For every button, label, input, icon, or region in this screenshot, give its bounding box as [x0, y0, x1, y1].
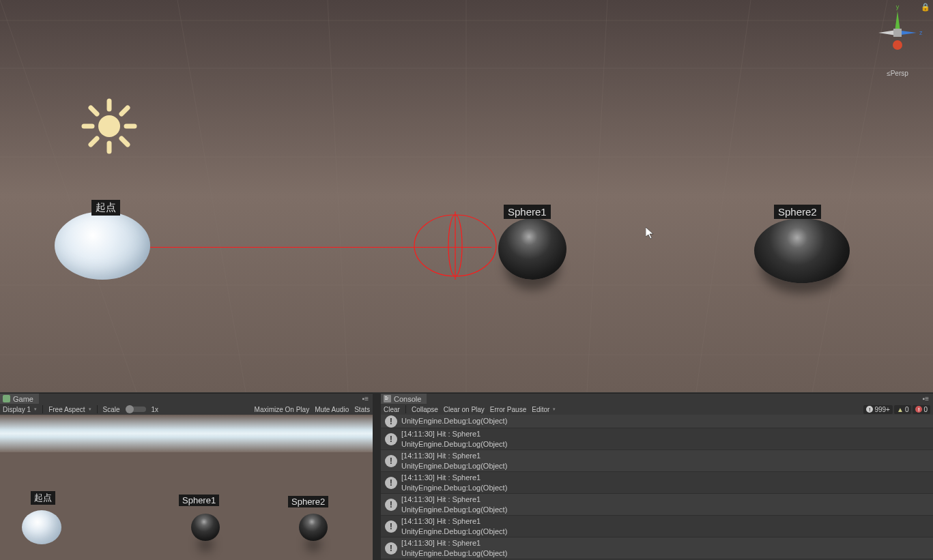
scale-slider[interactable]	[126, 407, 146, 412]
scene-label-origin: 起点	[91, 200, 120, 216]
console-log-entry[interactable]: ! [14:11:30] Hit : Sphere1UnityEngine.De…	[381, 472, 933, 494]
panel-menu-icon[interactable]: ▪≡	[362, 395, 369, 402]
svg-line-23	[121, 138, 128, 145]
svg-point-15	[893, 40, 902, 50]
game-label-sphere2: Sphere2	[288, 496, 328, 507]
display-dropdown[interactable]: Display 1	[3, 406, 37, 413]
info-icon: !	[385, 477, 397, 489]
game-view[interactable]: 起点 Sphere1 Sphere2	[0, 415, 373, 560]
game-skybox	[0, 415, 373, 452]
svg-line-5	[696, 0, 751, 392]
svg-rect-33	[385, 398, 388, 398]
svg-rect-16	[893, 29, 902, 37]
info-icon: !	[385, 542, 397, 555]
console-toolbar: Clear Collapse Clear on Play Error Pause…	[381, 404, 933, 415]
game-object-sphere1	[191, 514, 220, 541]
info-icon: !	[385, 455, 397, 467]
directional-light-icon[interactable]	[78, 95, 140, 157]
editor-dropdown[interactable]: Editor	[532, 406, 556, 413]
info-icon: !	[385, 415, 397, 428]
gizmo-projection-label[interactable]: ≤Persp	[870, 70, 925, 77]
game-label-origin: 起点	[31, 491, 55, 505]
svg-rect-32	[385, 396, 387, 397]
gizmo-y-label: y	[896, 5, 900, 10]
clear-on-play-toggle[interactable]: Clear on Play	[444, 406, 485, 413]
game-tab-label: Game	[13, 395, 33, 403]
aspect-dropdown[interactable]: Free Aspect	[48, 406, 91, 413]
game-label-sphere1: Sphere1	[179, 495, 219, 506]
debug-ray	[150, 247, 491, 248]
scene-object-sphere2[interactable]	[754, 218, 850, 283]
svg-point-27	[448, 215, 462, 276]
scene-object-sphere1[interactable]	[498, 218, 566, 280]
cursor-icon	[646, 227, 655, 239]
scale-value: 1x	[152, 406, 159, 413]
mute-toggle[interactable]: Mute Audio	[315, 406, 349, 413]
scene-label-sphere1: Sphere1	[504, 205, 551, 219]
game-tab[interactable]: Game	[0, 394, 39, 404]
console-panel-header: Console ▪≡	[381, 393, 933, 404]
svg-line-4	[587, 0, 607, 392]
error-count[interactable]: !0	[913, 405, 930, 414]
svg-point-26	[414, 215, 496, 276]
clear-button[interactable]: Clear	[384, 406, 400, 413]
panel-menu-icon[interactable]: ▪≡	[923, 395, 929, 402]
svg-rect-31	[384, 395, 391, 402]
console-log-entry[interactable]: ! [14:11:30] Hit : Sphere1UnityEngine.De…	[381, 494, 933, 516]
game-object-sphere2	[299, 514, 328, 541]
console-log-entry[interactable]: ! [14:11:30] Hit : Sphere1UnityEngine.De…	[381, 450, 933, 472]
svg-line-2	[328, 0, 348, 392]
console-log-entry[interactable]: ! [14:11:30] Hit : Sphere1UnityEngine.De…	[381, 428, 933, 450]
scene-grid	[0, 0, 933, 392]
scene-view[interactable]: 🔒 y z ≤Persp	[0, 0, 933, 392]
scene-object-origin[interactable]	[55, 211, 150, 280]
console-tab[interactable]: Console	[381, 394, 427, 404]
svg-line-22	[91, 108, 97, 114]
console-tab-icon	[384, 395, 391, 402]
collapse-toggle[interactable]: Collapse	[412, 406, 438, 413]
stats-toggle[interactable]: Stats	[354, 406, 370, 413]
info-icon: !	[385, 499, 397, 511]
game-object-origin	[22, 510, 61, 544]
console-log-entry[interactable]: ! UnityEngine.Debug:Log(Object)	[381, 415, 933, 428]
svg-point-17	[98, 115, 120, 137]
wire-sphere-gizmo	[413, 211, 498, 280]
gizmo-z-label: z	[919, 29, 923, 36]
svg-marker-12	[895, 11, 900, 31]
maximize-toggle[interactable]: Maximize On Play	[255, 406, 310, 413]
scene-gizmo[interactable]: y z ≤Persp	[870, 5, 925, 67]
console-log-entry[interactable]: ! [14:11:30] Hit : Sphere1UnityEngine.De…	[381, 537, 933, 559]
warn-count[interactable]: ▲0	[894, 405, 911, 414]
scale-label: Scale	[103, 406, 120, 413]
scene-label-sphere2: Sphere2	[774, 205, 821, 219]
svg-line-25	[91, 138, 97, 145]
error-pause-toggle[interactable]: Error Pause	[490, 406, 526, 413]
info-icon: !	[385, 433, 397, 445]
svg-rect-30	[3, 395, 10, 402]
panel-splitter[interactable]	[373, 393, 381, 560]
game-tab-icon	[3, 395, 10, 402]
game-toolbar: Display 1 Free Aspect Scale 1x Maximize …	[0, 404, 373, 415]
svg-line-1	[177, 0, 246, 392]
game-panel-header: Game ▪≡	[0, 393, 373, 404]
console-log-entry[interactable]: ! [14:11:30] Hit : Sphere1UnityEngine.De…	[381, 516, 933, 537]
console-tab-label: Console	[394, 395, 421, 403]
svg-line-0	[0, 0, 137, 392]
svg-rect-34	[385, 399, 388, 400]
svg-marker-29	[646, 227, 653, 239]
svg-line-24	[121, 108, 128, 114]
info-icon: !	[385, 520, 397, 533]
console-view[interactable]: ! UnityEngine.Debug:Log(Object) ! [14:11…	[381, 415, 933, 560]
info-count[interactable]: !999+	[863, 405, 893, 414]
